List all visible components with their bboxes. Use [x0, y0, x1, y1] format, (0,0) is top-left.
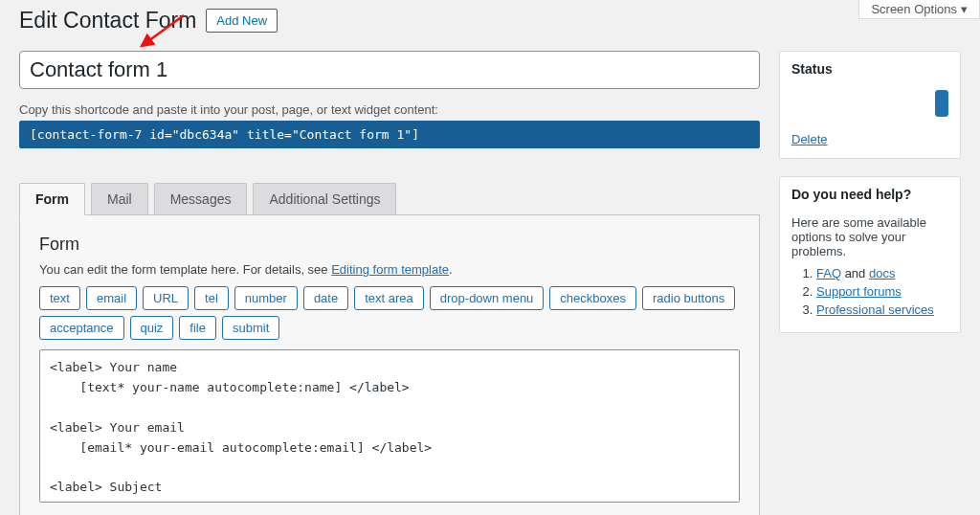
help-item: Support forums — [816, 284, 948, 299]
tag-email-button[interactable]: email — [86, 286, 137, 310]
form-desc-pre: You can edit the form template here. For… — [39, 262, 331, 277]
save-button[interactable] — [935, 90, 948, 117]
help-link[interactable]: Support forums — [816, 284, 902, 299]
tag-drop-down-menu-button[interactable]: drop-down menu — [430, 286, 545, 310]
tag-number-button[interactable]: number — [234, 286, 298, 310]
tag-text-button[interactable]: text — [39, 286, 80, 310]
tab-messages[interactable]: Messages — [154, 183, 248, 214]
status-box-title: Status — [780, 52, 960, 82]
tabs-row: FormMailMessagesAdditional Settings — [19, 183, 760, 215]
help-link[interactable]: docs — [869, 266, 895, 280]
tag-radio-buttons-button[interactable]: radio buttons — [642, 286, 735, 310]
tag-text-area-button[interactable]: text area — [354, 286, 424, 310]
shortcode-label: Copy this shortcode and paste it into yo… — [19, 102, 760, 117]
tab-form[interactable]: Form — [19, 183, 85, 215]
help-box-title: Do you need help? — [780, 177, 960, 208]
chevron-down-icon: ▾ — [961, 2, 968, 16]
tag-tel-button[interactable]: tel — [194, 286, 229, 310]
tag-submit-button[interactable]: submit — [222, 316, 279, 340]
screen-options-label: Screen Options — [871, 2, 957, 16]
add-new-button[interactable]: Add New — [206, 9, 278, 33]
shortcode-field[interactable] — [19, 121, 760, 148]
help-link[interactable]: Professional services — [816, 302, 934, 317]
tag-quiz-button[interactable]: quiz — [130, 316, 174, 340]
tag-file-button[interactable]: file — [179, 316, 216, 340]
status-box: Status Delete — [779, 51, 961, 159]
tag-url-button[interactable]: URL — [143, 286, 189, 310]
help-box: Do you need help? Here are some availabl… — [779, 176, 961, 333]
form-template-textarea[interactable] — [39, 349, 740, 503]
form-panel-heading: Form — [39, 235, 740, 255]
tag-acceptance-button[interactable]: acceptance — [39, 316, 124, 340]
page-title: Edit Contact Form — [19, 8, 196, 34]
help-item: FAQ and docs — [816, 266, 948, 280]
form-panel-description: You can edit the form template here. For… — [39, 262, 740, 277]
tag-checkboxes-button[interactable]: checkboxes — [549, 286, 636, 310]
editing-template-link[interactable]: Editing form template — [331, 262, 449, 277]
tag-generator-row: textemailURLtelnumberdatetext areadrop-d… — [39, 286, 740, 340]
form-title-input[interactable] — [19, 51, 760, 89]
tag-date-button[interactable]: date — [303, 286, 348, 310]
help-list: FAQ and docsSupport forumsProfessional s… — [791, 266, 948, 317]
screen-options-button[interactable]: Screen Options ▾ — [858, 0, 980, 19]
help-item: Professional services — [816, 302, 948, 317]
delete-link[interactable]: Delete — [780, 124, 960, 158]
tab-additional-settings[interactable]: Additional Settings — [253, 183, 396, 214]
form-desc-post: . — [449, 262, 453, 277]
form-panel: Form You can edit the form template here… — [19, 215, 760, 515]
tab-mail[interactable]: Mail — [91, 183, 148, 214]
help-link[interactable]: FAQ — [816, 266, 841, 280]
help-intro: Here are some available options to solve… — [791, 215, 948, 258]
